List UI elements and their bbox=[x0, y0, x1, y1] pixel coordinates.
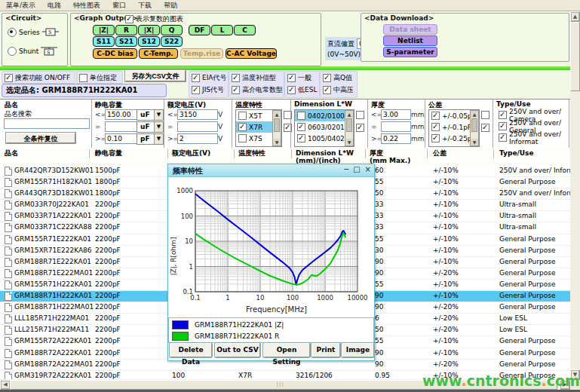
dropdown-arrow-icon[interactable]: ▼ bbox=[154, 122, 163, 132]
vertical-scroll-thumb[interactable] bbox=[570, 22, 580, 91]
graph-param-button-z[interactable]: |Z| bbox=[93, 25, 115, 35]
filter-value-input[interactable] bbox=[381, 121, 411, 132]
series-radio[interactable] bbox=[8, 28, 17, 37]
checkbox-option-中高压[interactable]: 中高压 bbox=[321, 83, 357, 95]
search-toggle-option[interactable]: 搜索功能 ON/OFF bbox=[2, 72, 75, 83]
column-header-name[interactable]: 品名 bbox=[5, 149, 18, 157]
filter-value-input[interactable] bbox=[105, 109, 138, 120]
menu-item-5[interactable]: 帮助 bbox=[158, 0, 183, 11]
list-scroll-thumb[interactable] bbox=[346, 118, 352, 132]
s-param-button-s21[interactable]: S21 bbox=[115, 36, 137, 47]
list-scroll-thumb[interactable] bbox=[274, 118, 280, 132]
minimize-icon[interactable]: ─ bbox=[344, 165, 348, 173]
special-button-c-temp-[interactable]: C-Temp. bbox=[139, 48, 178, 59]
高介电常数型-checkbox[interactable] bbox=[232, 86, 240, 94]
filter-value-input[interactable] bbox=[381, 133, 411, 144]
低ESL-checkbox[interactable] bbox=[287, 86, 296, 94]
checkbox-option-温度补偿型[interactable]: 温度补偿型 bbox=[229, 72, 284, 83]
shunt-radio[interactable] bbox=[8, 47, 17, 56]
column-header-cap[interactable]: 静电容量 bbox=[95, 149, 122, 157]
dropdown-arrow-icon[interactable]: ▼ bbox=[154, 134, 163, 144]
item-checkbox[interactable] bbox=[499, 122, 507, 130]
item-checkbox[interactable] bbox=[431, 123, 440, 131]
download-button-netlist[interactable]: Netlist bbox=[383, 35, 437, 46]
special-button-c-dc-bias[interactable]: C-DC bias bbox=[93, 48, 137, 59]
popup-button-open-setting[interactable]: Open Setting bbox=[263, 343, 310, 357]
list-item-250vandoverinformat[interactable]: 250V and over/ Informat bbox=[496, 132, 567, 143]
popup-button-out-to-csv[interactable]: Out to CSV bbox=[215, 343, 260, 357]
tolerance-selectall-checkbox[interactable] bbox=[481, 111, 489, 119]
中高压-checkbox[interactable] bbox=[323, 86, 331, 94]
search-toggle-checkbox[interactable] bbox=[5, 74, 13, 82]
popup-button-delete-data[interactable]: Delete Data bbox=[170, 343, 212, 357]
close-icon[interactable]: × bbox=[365, 165, 371, 173]
s-param-button-s12[interactable]: S12 bbox=[138, 36, 160, 47]
menu-item-3[interactable]: 窗口 bbox=[106, 0, 132, 11]
special-button-c-ac-voltage[interactable]: C-AC Voltage bbox=[226, 48, 277, 59]
tolerance-apply-checkbox[interactable] bbox=[481, 124, 489, 132]
item-checkbox[interactable] bbox=[431, 112, 440, 120]
filter-value-input[interactable] bbox=[381, 109, 411, 120]
menu-item-1[interactable]: 电路 bbox=[41, 0, 67, 11]
item-checkbox[interactable] bbox=[238, 134, 247, 142]
list-scrollbar[interactable]: ▲▼ bbox=[470, 110, 479, 146]
checkbox-option-一般[interactable]: 一般 bbox=[285, 72, 319, 83]
save-csv-button[interactable]: 另存为CSV文件 bbox=[125, 70, 186, 81]
list-scroll-down-icon[interactable]: ▼ bbox=[345, 139, 353, 145]
温度补偿型-checkbox[interactable] bbox=[232, 74, 240, 82]
list-scroll-thumb[interactable] bbox=[471, 118, 477, 132]
list-scroll-down-icon[interactable]: ▼ bbox=[273, 139, 281, 145]
popup-button-print[interactable]: Print bbox=[311, 343, 340, 357]
list-scroll-down-icon[interactable]: ▼ bbox=[471, 139, 478, 145]
一般-checkbox[interactable] bbox=[287, 74, 296, 82]
filter-value-input[interactable] bbox=[105, 133, 138, 144]
graph-param-button-df[interactable]: DF bbox=[189, 25, 210, 35]
list-scrollbar[interactable]: ▲▼ bbox=[272, 110, 281, 146]
popup-button-image[interactable]: Image bbox=[342, 343, 374, 357]
vertical-scrollbar[interactable]: ▲ ▼ bbox=[570, 11, 580, 380]
unit-dropdown[interactable]: pF▼ bbox=[137, 133, 164, 145]
column-header-dim[interactable]: Dimension L*W (mm)/(inch) bbox=[296, 149, 354, 164]
unit-spec-checkbox[interactable] bbox=[79, 74, 87, 82]
item-checkbox[interactable] bbox=[297, 123, 305, 131]
show-complex-option[interactable]: 表示复数的图表 bbox=[125, 14, 183, 24]
column-header-temp[interactable]: 温度特性 bbox=[238, 149, 265, 157]
column-header-use[interactable]: Type/Use bbox=[499, 149, 534, 157]
list-scroll-up-icon[interactable]: ▲ bbox=[273, 111, 281, 118]
list-scrollbar[interactable]: ▲▼ bbox=[345, 110, 354, 146]
series-option[interactable]: Series S bbox=[8, 27, 59, 37]
dimension-apply-checkbox[interactable] bbox=[356, 124, 364, 132]
show-complex-checkbox[interactable] bbox=[125, 15, 133, 23]
list-scroll-up-icon[interactable]: ▲ bbox=[471, 111, 478, 118]
list-scroll-up-icon[interactable]: ▲ bbox=[345, 111, 353, 118]
filter-value-input[interactable] bbox=[105, 121, 138, 132]
shunt-option[interactable]: Shunt S bbox=[8, 46, 57, 56]
checkbox-option-高Q值[interactable]: 高Q值 bbox=[321, 72, 357, 83]
popup-titlebar[interactable]: 频率特性 ─ □ × bbox=[168, 164, 374, 177]
graph-param-button-q[interactable]: Q bbox=[161, 25, 183, 35]
checkbox-option-高介电常数型[interactable]: 高介电常数型 bbox=[229, 83, 284, 95]
checkbox-option-JIS代号[interactable]: JIS代号 bbox=[189, 83, 228, 95]
maximize-icon[interactable]: □ bbox=[353, 165, 360, 173]
filter-value-input[interactable] bbox=[177, 109, 218, 120]
dimension-selectall-checkbox[interactable] bbox=[356, 111, 364, 119]
graph-param-button-c[interactable]: C bbox=[234, 25, 256, 35]
checkbox-option-低ESL[interactable]: 低ESL bbox=[285, 83, 319, 95]
graph-param-button-x[interactable]: |X| bbox=[138, 25, 160, 35]
item-checkbox[interactable] bbox=[297, 134, 305, 142]
menu-item-2[interactable]: 特性图表 bbox=[67, 0, 106, 11]
item-checkbox[interactable] bbox=[431, 134, 440, 142]
item-checkbox[interactable] bbox=[499, 111, 507, 119]
item-checkbox[interactable] bbox=[238, 123, 247, 131]
graph-param-button-l[interactable]: L bbox=[211, 25, 233, 35]
s-param-button-s11[interactable]: S11 bbox=[93, 36, 115, 47]
column-header-thick[interactable]: 厚度 (mm Max.) bbox=[370, 149, 410, 164]
EIA代号-checkbox[interactable] bbox=[192, 74, 200, 82]
download-button-s-parameter[interactable]: S-parameter bbox=[383, 47, 437, 57]
item-checkbox[interactable] bbox=[297, 112, 305, 120]
unit-spec-option[interactable]: 单位指定 bbox=[77, 72, 122, 83]
column-header-tol[interactable]: 公差 bbox=[433, 149, 447, 157]
filter-value-input[interactable] bbox=[177, 121, 218, 132]
column-header-volt[interactable]: 额定电压(V) bbox=[172, 149, 210, 157]
menu-item-0[interactable]: 菜单/表示 bbox=[0, 0, 41, 11]
